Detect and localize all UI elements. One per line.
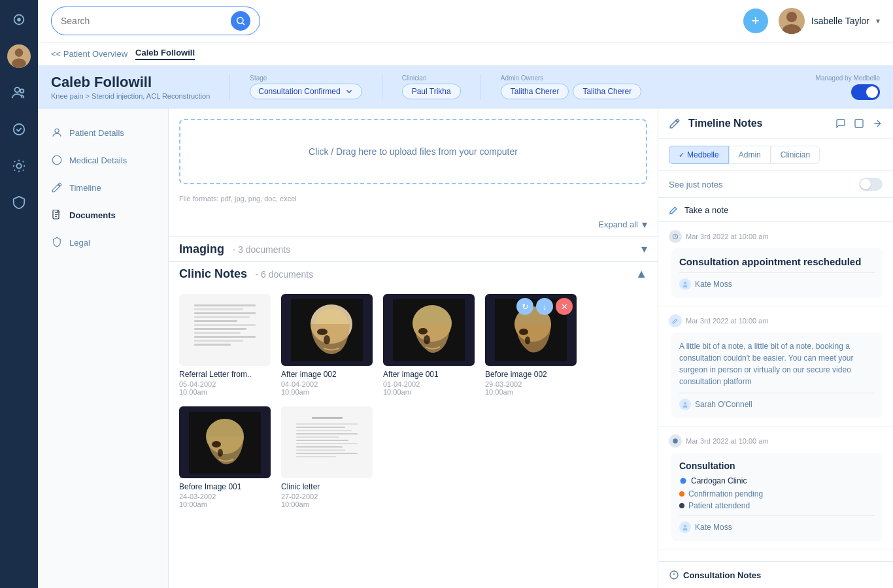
doc-card-after-001[interactable]: After image 001 01-04-2002 10:00am <box>383 294 475 396</box>
expand-icon[interactable] <box>854 118 864 129</box>
nav-item-patient-details[interactable]: Patient Details <box>38 119 168 146</box>
tl-user-katemoss-1: Kate Moss <box>679 278 875 290</box>
search-button[interactable] <box>231 11 250 31</box>
expand-all-label[interactable]: Expand all <box>598 220 638 229</box>
consult-status-2-label: Patient attendend <box>688 501 750 510</box>
expand-icon[interactable]: ▾ <box>642 218 647 231</box>
sidebar-icon-tasks[interactable] <box>7 118 31 141</box>
breadcrumb-back[interactable]: << Patient Overview <box>51 49 127 59</box>
sidebar-icon-legal[interactable] <box>7 191 31 214</box>
doc-thumb-after-001 <box>383 294 475 366</box>
svg-point-39 <box>681 478 686 484</box>
svg-point-9 <box>786 12 797 22</box>
consult-clinic: Cardogan Clinic <box>679 476 875 485</box>
arrow-right-icon[interactable] <box>872 118 883 129</box>
imaging-section-header[interactable]: Imaging - 3 documents ▾ <box>169 236 658 261</box>
notes-toggle-bar: See just notes <box>658 171 893 198</box>
topbar: + Isabelle Taylor ▾ <box>38 0 893 42</box>
sidebar-icon-home[interactable] <box>7 8 31 31</box>
doc-action-share[interactable]: ↻ <box>516 298 533 315</box>
consultation-notes-footer[interactable]: Consultation Notes <box>658 561 893 588</box>
admin-badge-2[interactable]: Talitha Cherer <box>573 84 641 99</box>
doc-card-before-002[interactable]: ↻ ↓ ✕ Before image 002 29-03-2002 10:00a… <box>485 294 577 396</box>
admin-badge-1[interactable]: Talitha Cherer <box>501 84 569 99</box>
svg-point-38 <box>673 438 678 444</box>
svg-point-23 <box>424 335 430 344</box>
timeline-title: Timeline Notes <box>688 118 828 129</box>
svg-point-22 <box>418 328 428 335</box>
user-icon-2 <box>679 399 691 410</box>
sidebar-avatar[interactable] <box>7 44 31 68</box>
search-box[interactable] <box>51 7 260 35</box>
clinic-notes-section-header[interactable]: Clinic Notes - 6 documents ▲ <box>169 261 658 286</box>
admin-badges: Talitha Cherer Talitha Cherer <box>501 84 641 99</box>
stage-label: Stage <box>250 74 362 82</box>
notes-toggle-switch[interactable] <box>859 178 883 191</box>
user-icon-3 <box>679 521 691 533</box>
header-divider-3 <box>480 74 481 100</box>
svg-point-36 <box>684 402 686 404</box>
tab-clinician[interactable]: Clinician <box>771 146 820 164</box>
managed-label: Managed by Medbelle <box>816 74 880 82</box>
nav-label-legal: Legal <box>69 238 90 248</box>
bullet-dark-icon <box>679 503 684 508</box>
tab-admin[interactable]: Admin <box>729 146 771 164</box>
circle-icon <box>51 154 63 166</box>
admin-section: Admin Owners Talitha Cherer Talitha Cher… <box>501 74 641 99</box>
doc-title-before-002: Before image 002 <box>485 370 577 379</box>
chat-icon[interactable] <box>835 118 846 129</box>
stage-badge[interactable]: Consultation Confirmed <box>250 84 362 99</box>
managed-toggle[interactable] <box>851 84 880 100</box>
doc-action-delete[interactable]: ✕ <box>556 298 573 315</box>
svg-rect-32 <box>855 120 863 127</box>
tl-user-name-2: Sarah O'Connell <box>695 400 752 409</box>
svg-point-8 <box>237 18 243 24</box>
doc-title-after-001: After image 001 <box>383 370 475 379</box>
docs-icon <box>51 209 63 221</box>
stage-chevron-icon <box>345 87 354 96</box>
clinic-icon <box>679 477 687 485</box>
tl-timestamp-icon-2 <box>669 314 682 327</box>
patient-header: Caleb Followill Knee pain > Steroid inje… <box>38 66 893 108</box>
svg-point-12 <box>52 155 61 165</box>
managed-section: Managed by Medbelle <box>816 74 880 100</box>
clinician-badge[interactable]: Paul Trikha <box>402 84 461 99</box>
tl-timestamp-icon-3 <box>669 434 682 448</box>
nav-item-timeline[interactable]: Timeline <box>38 174 168 201</box>
notes-toggle-label: See just notes <box>669 180 722 189</box>
imaging-title: Imaging <box>179 242 224 255</box>
doc-card-after-002[interactable]: After image 002 04-04-2002 10:00am <box>281 294 373 396</box>
doc-thumb-before-001 <box>179 406 271 478</box>
doc-action-download[interactable]: ↓ <box>536 298 553 315</box>
svg-point-2 <box>15 48 24 57</box>
user-profile[interactable]: Isabelle Taylor ▾ <box>779 8 880 34</box>
nav-item-legal[interactable]: Legal <box>38 229 168 256</box>
sidebar-icon-settings[interactable] <box>7 154 31 178</box>
tab-medbelle[interactable]: Medbelle <box>669 146 729 164</box>
sidebar-icon-patients[interactable] <box>7 81 31 105</box>
user-name: Isabelle Taylor <box>811 16 869 26</box>
add-button[interactable]: + <box>743 8 768 33</box>
tl-card-note: A little bit of a note, a little bit of … <box>671 333 883 418</box>
tl-timestamp-1: Mar 3rd 2022 at 10:00 am <box>669 230 883 243</box>
upload-text: Click / Drag here to upload files from y… <box>309 146 518 157</box>
doc-date-before-001: 24-03-2002 10:00am <box>179 493 271 508</box>
file-formats: File formats: pdf, jpg, png, doc, excel <box>179 195 647 203</box>
nav-label-medical: Medical Details <box>69 155 127 165</box>
doc-card-referral[interactable]: Referral Letter from.. 05-04-2002 10:00a… <box>179 294 271 396</box>
nav-item-medical-details[interactable]: Medical Details <box>38 146 168 174</box>
upload-zone[interactable]: Click / Drag here to upload files from y… <box>179 119 647 184</box>
doc-card-before-001[interactable]: Before Image 001 24-03-2002 10:00am <box>179 406 271 508</box>
patient-name-section: Caleb Followill Knee pain > Steroid inje… <box>51 74 210 100</box>
doc-card-clinic-letter[interactable]: Clinic letter 27-02-2002 10:00am <box>281 406 373 508</box>
search-input[interactable] <box>61 16 226 26</box>
tl-timestamp-icon-1 <box>669 230 682 243</box>
doc-date-after-002: 04-04-2002 10:00am <box>281 380 373 396</box>
doc-date-after-001: 01-04-2002 10:00am <box>383 380 475 396</box>
consultation-notes-label: Consultation Notes <box>683 570 761 580</box>
take-note-bar[interactable]: Take a note <box>658 198 893 222</box>
svg-point-1 <box>17 18 21 22</box>
svg-point-35 <box>683 285 688 287</box>
nav-item-documents[interactable]: Documents <box>38 201 168 229</box>
doc-grid: Referral Letter from.. 05-04-2002 10:00a… <box>169 286 658 516</box>
